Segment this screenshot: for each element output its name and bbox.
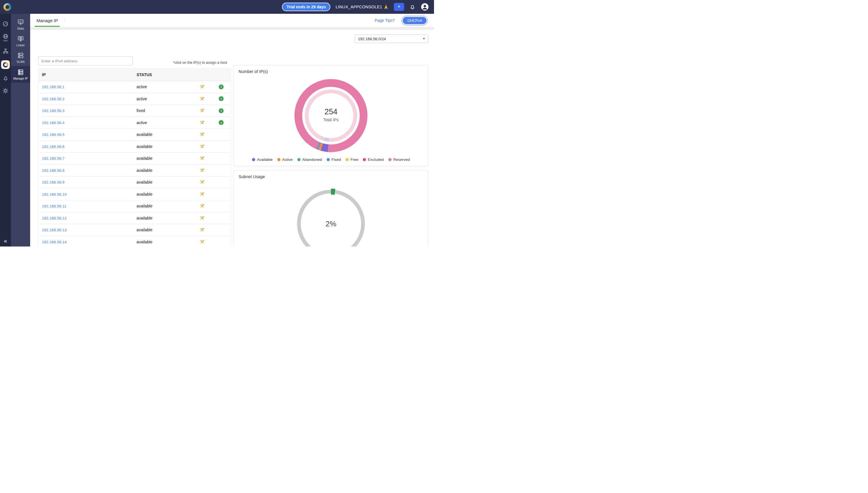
legend-item-fixed[interactable]: Fixed: [327, 157, 341, 162]
donut-slice-fixed: [318, 146, 319, 146]
ip-link[interactable]: 192.168.56.13: [42, 228, 67, 232]
assign-tools-icon[interactable]: [192, 97, 211, 101]
dashboard-gauge-icon[interactable]: [2, 21, 8, 27]
table-row: 192.168.56.4 active i: [39, 117, 231, 129]
table-row: 192.168.56.7 available i: [39, 153, 231, 165]
search-input[interactable]: [38, 56, 133, 65]
legend-item-excluded[interactable]: Excluded: [363, 157, 384, 162]
ip-link[interactable]: 192.168.56.4: [42, 121, 65, 125]
legend-item-free[interactable]: Free: [346, 157, 359, 162]
page-tips-link[interactable]: Page Tips?: [374, 18, 395, 23]
sidebar-item-lease[interactable]: Lease: [11, 33, 30, 49]
info-icon[interactable]: i: [211, 84, 231, 89]
lease-monitor-icon: [17, 35, 24, 42]
trial-badge[interactable]: Trial ends in 29 days: [282, 3, 330, 11]
ip-link[interactable]: 192.168.56.10: [42, 192, 67, 196]
assign-tools-icon[interactable]: [192, 132, 211, 137]
legend-dot: [297, 158, 300, 161]
assign-tools-icon[interactable]: [192, 144, 211, 149]
header-separator: [30, 27, 434, 30]
legend-dot: [252, 158, 255, 161]
left-column: *click on the IP(s) to assign a host IP …: [38, 56, 231, 246]
ip-link[interactable]: 192.168.56.9: [42, 180, 65, 185]
table-header: IP STATUS: [39, 68, 231, 81]
subnet-select[interactable]: 192.168.56.0/24: [355, 35, 428, 43]
assign-tools-icon[interactable]: [192, 216, 211, 220]
info-icon[interactable]: i: [211, 120, 231, 125]
sidebar-item-manage-ip[interactable]: Manage IP: [11, 66, 30, 83]
ip-link[interactable]: 192.168.56.3: [42, 109, 65, 113]
alerts-bell-icon[interactable]: [3, 75, 8, 81]
gauge-center-value: 2%: [325, 220, 336, 228]
status-cell: active: [137, 84, 192, 89]
status-cell: available: [137, 144, 192, 149]
dhcpv4-button[interactable]: DHCPv4: [403, 17, 427, 24]
donut-slice-active: [322, 138, 324, 139]
settings-gear-icon[interactable]: [2, 88, 8, 94]
status-cell: available: [137, 192, 192, 196]
ip-donut-chart: 254 Total IPs: [238, 74, 424, 157]
manage-ip-stack-icon: [17, 69, 24, 76]
ip-link[interactable]: 192.168.56.6: [42, 145, 65, 149]
sidebar-collapse-button[interactable]: «: [4, 238, 7, 244]
notifications-bell-icon[interactable]: [409, 4, 416, 10]
subnet-usage-card: Subnet Usage 2%: [234, 170, 428, 246]
ip-link[interactable]: 192.168.56.14: [42, 240, 67, 244]
brand-logo: [3, 3, 11, 11]
donut-card-title: Number of IP(s): [238, 69, 424, 74]
ip-link[interactable]: 192.168.56.12: [42, 216, 67, 220]
status-cell: available: [137, 240, 192, 244]
sidebar-item-vlan[interactable]: VLAN: [11, 49, 30, 66]
chevron-down-icon: [423, 38, 425, 40]
legend-item-reserved[interactable]: Reserved: [388, 157, 410, 162]
ip-link[interactable]: 192.168.56.1: [42, 85, 65, 89]
assign-tools-icon[interactable]: [192, 156, 211, 160]
assign-tools-icon[interactable]: [192, 228, 211, 232]
assign-tools-icon[interactable]: [192, 121, 211, 125]
status-cell: available: [137, 132, 192, 137]
tab-manage-ip[interactable]: Manage IP: [35, 14, 60, 27]
donut-center-value: 254: [325, 107, 338, 116]
ip-link[interactable]: 192.168.56.5: [42, 132, 65, 137]
sidebar-item-stats[interactable]: Stats: [11, 16, 30, 33]
info-icon[interactable]: i: [211, 96, 231, 101]
assign-tools-icon[interactable]: [192, 204, 211, 208]
ipam-sitemap-icon[interactable]: [3, 48, 8, 54]
assign-tools-icon[interactable]: [192, 180, 211, 185]
assign-tools-icon[interactable]: [192, 168, 211, 173]
ip-link[interactable]: 192.168.56.2: [42, 97, 65, 101]
dns-globe-icon[interactable]: DNS: [3, 33, 8, 42]
legend-label: Free: [350, 157, 359, 162]
donut-center-label: Total IPs: [323, 117, 338, 122]
add-button[interactable]: +: [394, 3, 404, 11]
legend-item-available[interactable]: Available: [252, 157, 273, 162]
table-row: 192.168.56.10 available i: [39, 189, 231, 200]
user-avatar[interactable]: [421, 3, 429, 11]
donut-chart-icon: [3, 62, 8, 67]
legend-item-active[interactable]: Active: [277, 157, 293, 162]
info-icon[interactable]: i: [211, 108, 231, 113]
assign-tools-icon[interactable]: [192, 108, 211, 113]
assign-tools-icon[interactable]: [192, 240, 211, 244]
ip-link[interactable]: 192.168.56.7: [42, 156, 65, 160]
legend-label: Active: [282, 157, 293, 162]
legend-dot: [277, 158, 280, 161]
assign-tools-icon[interactable]: [192, 84, 211, 89]
legend-item-abandoned[interactable]: Abandoned: [297, 157, 322, 162]
topbar-right: Trial ends in 29 days LINUX_APPCONSOLE1 …: [282, 3, 429, 11]
ip-link[interactable]: 192.168.56.8: [42, 168, 65, 173]
search-row: *click on the IP(s) to assign a host: [38, 56, 231, 65]
sidebar-item-label: Lease: [16, 43, 25, 47]
main-area: Manage IP Page Tips? DHCPv4 192.168.56.0…: [30, 14, 434, 246]
columns: *click on the IP(s) to assign a host IP …: [38, 56, 428, 246]
table-row: 192.168.56.6 available i: [39, 141, 231, 153]
table-row: 192.168.56.1 active i: [39, 81, 231, 93]
dhcp-stats-active-icon[interactable]: [1, 60, 10, 69]
right-column: Number of IP(s) 254 Total IPs AvailableA…: [234, 65, 428, 246]
ip-link[interactable]: 192.168.56.11: [42, 204, 66, 208]
status-cell: active: [137, 97, 192, 101]
assign-tools-icon[interactable]: [192, 192, 211, 196]
legend-dot: [363, 158, 366, 161]
status-cell: available: [137, 216, 192, 220]
legend-label: Abandoned: [302, 157, 322, 162]
